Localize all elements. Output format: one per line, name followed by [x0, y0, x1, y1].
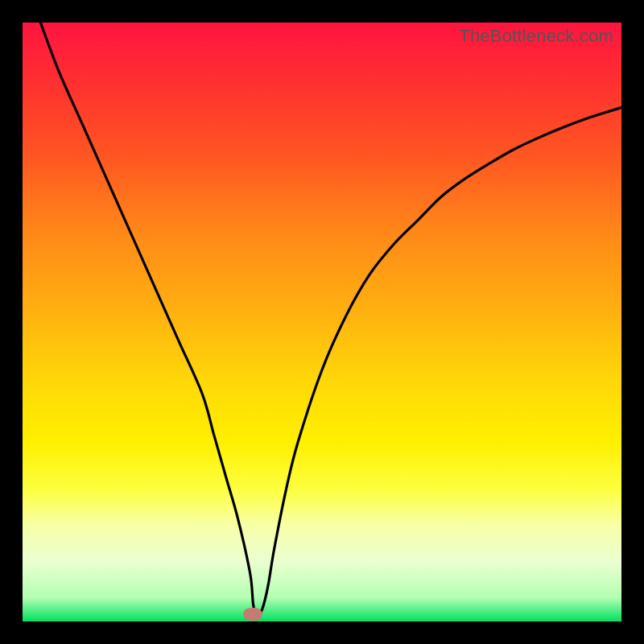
bottleneck-curve — [23, 23, 621, 621]
watermark-text: TheBottleneck.com — [459, 26, 613, 47]
optimum-marker — [243, 608, 262, 621]
plot-area: TheBottleneck.com — [23, 23, 621, 621]
chart-frame: TheBottleneck.com — [0, 0, 644, 644]
